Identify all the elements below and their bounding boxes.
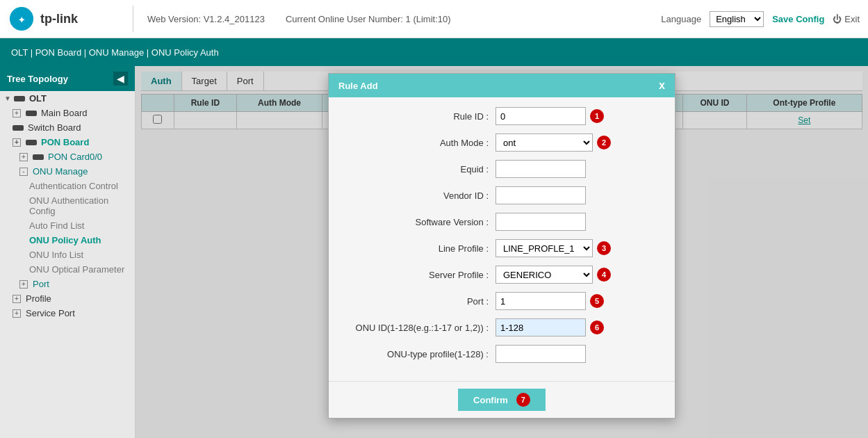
step-2-badge: 2 [597, 136, 611, 149]
form-row-server-profile: Server Profile : GENERICO DEFAULT 4 [343, 266, 661, 284]
step-5-badge: 5 [590, 294, 604, 308]
modal-overlay: Rule Add x Rule ID : 1 Auth Mode : ont [136, 66, 868, 438]
expand-main-board-icon: + [13, 109, 21, 117]
main-layout: Tree Topology ◀ ▼ OLT + Main Board Switc… [0, 66, 868, 438]
step-6-badge: 6 [590, 321, 604, 334]
olt-device-icon [14, 96, 25, 102]
onu-type-profile-input[interactable] [496, 345, 586, 363]
language-select[interactable]: English Chinese [710, 11, 764, 27]
expand-onu-manage-icon: - [19, 168, 28, 176]
expand-service-port-icon: + [13, 309, 21, 318]
port-input[interactable] [496, 292, 586, 310]
form-row-auth-mode: Auth Mode : ont sn mac hybrid 2 [343, 133, 661, 152]
form-row-line-profile: Line Profile : LINE_PROFLE_1 LINE_PROFLE… [343, 239, 661, 257]
header: ✦ tp-link Web Version: V1.2.4_201123 Cur… [0, 0, 868, 38]
confirm-button[interactable]: Confirm 7 [458, 389, 546, 411]
vendor-id-label: Vendor ID : [343, 190, 496, 201]
vendor-id-input[interactable] [496, 186, 586, 204]
onu-type-profile-label: ONU-type profile(1-128) : [343, 349, 496, 359]
power-icon: ⏻ [833, 14, 842, 24]
sidebar-toggle-button[interactable]: ◀ [113, 72, 128, 86]
form-row-rule-id: Rule ID : 1 [343, 107, 661, 125]
line-profile-select[interactable]: LINE_PROFLE_1 LINE_PROFLE_2 [496, 239, 593, 257]
sidebar-item-port[interactable]: + Port [0, 277, 135, 291]
sidebar-title: Tree Topology ◀ [0, 66, 135, 91]
sidebar-item-profile[interactable]: + Profile [0, 291, 135, 306]
server-profile-select[interactable]: GENERICO DEFAULT [496, 266, 593, 284]
form-row-equid: Equid : [343, 160, 661, 178]
header-right: Language English Chinese Save Config ⏻ E… [661, 11, 860, 27]
auth-mode-label: Auth Mode : [343, 138, 496, 148]
tp-link-logo-icon: ✦ [8, 6, 35, 32]
modal-header: Rule Add x [329, 74, 675, 97]
expand-profile-icon: + [13, 295, 21, 303]
sidebar-item-pon-card[interactable]: + PON Card0/0 [0, 149, 135, 164]
language-label: Language [661, 14, 701, 24]
expand-icon: ▼ [4, 95, 11, 102]
modal-body: Rule ID : 1 Auth Mode : ont sn mac hybri… [329, 97, 675, 381]
form-row-onu-type-profile: ONU-type profile(1-128) : [343, 345, 661, 363]
rule-id-label: Rule ID : [343, 111, 496, 122]
line-profile-label: Line Profile : [343, 243, 496, 254]
online-users: Current Online User Number: 1 (Limit:10) [286, 14, 451, 24]
pon-card-icon [33, 154, 44, 160]
svg-text:✦: ✦ [18, 15, 25, 25]
step-7-badge: 7 [516, 393, 530, 407]
sidebar-item-onu-policy-auth[interactable]: ONU Policy Auth [0, 233, 135, 248]
form-row-vendor-id: Vendor ID : [343, 186, 661, 204]
modal-close-button[interactable]: x [659, 79, 665, 92]
rule-add-modal: Rule Add x Rule ID : 1 Auth Mode : ont [328, 73, 675, 419]
exit-button[interactable]: ⏻ Exit [833, 14, 860, 24]
modal-title: Rule Add [338, 81, 378, 91]
form-row-software-version: Software Version : [343, 213, 661, 231]
sidebar-item-onu-optical[interactable]: ONU Optical Parameter [0, 262, 135, 277]
content-area: Auth Target Port Rule ID Auth Mode Equid… [136, 66, 868, 438]
port-label: Port : [343, 296, 496, 307]
expand-pon-board-icon: + [13, 138, 21, 147]
sidebar-item-auto-find[interactable]: Auto Find List [0, 218, 135, 233]
sidebar-item-switch-board[interactable]: Switch Board [0, 120, 135, 135]
onu-id-label: ONU ID(1-128(e.g.:1-17 or 1,2)) : [343, 323, 496, 333]
step-1-badge: 1 [590, 109, 604, 123]
header-info: Web Version: V1.2.4_201123 Current Onlin… [133, 14, 661, 24]
sidebar-item-onu-info[interactable]: ONU Info List [0, 248, 135, 262]
sidebar: Tree Topology ◀ ▼ OLT + Main Board Switc… [0, 66, 136, 438]
step-4-badge: 4 [597, 268, 611, 282]
exit-label: Exit [844, 14, 860, 24]
equid-label: Equid : [343, 164, 496, 175]
sidebar-item-onu-auth-config[interactable]: ONU Authentication Config [0, 193, 135, 218]
equid-input[interactable] [496, 160, 586, 178]
rule-id-input[interactable] [496, 107, 586, 125]
sidebar-item-service-port[interactable]: + Service Port [0, 306, 135, 321]
software-version-input[interactable] [496, 213, 586, 231]
server-profile-label: Server Profile : [343, 270, 496, 280]
sidebar-item-main-board[interactable]: + Main Board [0, 106, 135, 120]
expand-pon-card-icon: + [19, 153, 28, 161]
form-row-port: Port : 5 [343, 292, 661, 310]
sidebar-item-onu-manage[interactable]: - ONU Manage [0, 164, 135, 179]
pon-board-icon [26, 140, 37, 145]
sidebar-item-olt[interactable]: ▼ OLT [0, 91, 135, 106]
breadcrumb: OLT | PON Board | ONU Manage | ONU Polic… [0, 38, 868, 66]
software-version-label: Software Version : [343, 217, 496, 227]
main-board-icon [26, 111, 37, 116]
confirm-label: Confirm [473, 395, 508, 405]
expand-port-icon: + [19, 280, 28, 289]
logo-text: tp-link [40, 12, 78, 26]
web-version: Web Version: V1.2.4_201123 [147, 14, 265, 24]
form-row-onu-id: ONU ID(1-128(e.g.:1-17 or 1,2)) : 6 [343, 318, 661, 336]
auth-mode-select[interactable]: ont sn mac hybrid [496, 133, 593, 152]
sidebar-item-pon-board[interactable]: + PON Board [0, 135, 135, 149]
save-config-button[interactable]: Save Config [772, 14, 824, 24]
switch-board-icon [13, 125, 24, 131]
modal-footer: Confirm 7 [329, 381, 675, 418]
sidebar-item-auth-control[interactable]: Authentication Control [0, 179, 135, 193]
step-3-badge: 3 [597, 241, 611, 255]
logo-area: ✦ tp-link [8, 6, 133, 32]
onu-id-input[interactable] [496, 318, 586, 336]
